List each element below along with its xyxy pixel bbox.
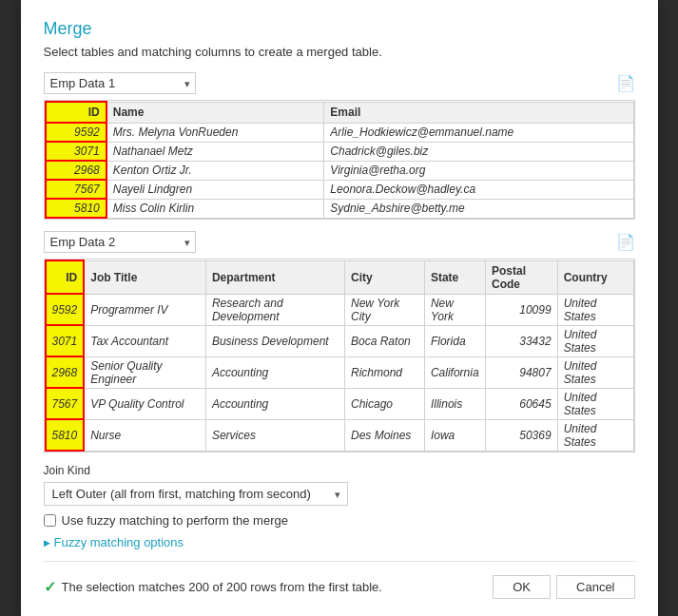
cell-country: United States (557, 419, 633, 451)
table2-header-city: City (345, 260, 425, 294)
table2-header-department: Department (205, 260, 344, 294)
cell-id: 7567 (46, 180, 107, 199)
fuzzy-checkbox-row: Use fuzzy matching to perform the merge (44, 513, 635, 528)
cell-postal: 60645 (485, 388, 557, 419)
table2-dropdown[interactable]: Emp Data 2 (44, 231, 196, 253)
ok-button[interactable]: OK (493, 575, 551, 599)
join-section: Join Kind Left Outer (all from first, ma… (44, 464, 635, 549)
cell-id: 9592 (46, 123, 107, 142)
join-label: Join Kind (44, 464, 635, 477)
cell-country: United States (557, 294, 633, 325)
table-row: 9592 Programmer IV Research and Developm… (46, 294, 634, 325)
merge-dialog: Merge Select tables and matching columns… (21, 0, 658, 616)
table1: ID Name Email 9592 Mrs. Melyna VonRueden… (45, 101, 634, 219)
cell-state: Florida (424, 325, 485, 356)
cell-name: Nayeli Lindgren (107, 180, 324, 199)
table-row: 3071 Tax Accountant Business Development… (46, 325, 634, 356)
table2-header-jobtitle: Job Title (84, 260, 205, 294)
cell-department: Accounting (205, 356, 344, 388)
footer: ✓ The selection matches 200 of 200 rows … (44, 575, 635, 599)
table1-dropdown[interactable]: Emp Data 1 (44, 72, 196, 94)
cell-id: 5810 (46, 419, 85, 451)
cell-postal: 94807 (485, 356, 557, 388)
table2-header-country: Country (557, 260, 633, 294)
fuzzy-options-link[interactable]: Fuzzy matching options (44, 535, 635, 549)
cell-jobtitle: Nurse (84, 419, 205, 451)
table1-dropdown-row: Emp Data 1 📄 (44, 72, 635, 94)
cell-jobtitle: Programmer IV (84, 294, 205, 325)
table2-header-row: ID Job Title Department City State Posta… (46, 260, 634, 294)
cell-department: Accounting (205, 388, 344, 419)
cell-id: 2968 (46, 161, 107, 180)
cell-name: Miss Colin Kirlin (107, 199, 324, 218)
cell-department: Research and Development (205, 294, 344, 325)
cell-state: New York (424, 294, 485, 325)
cell-department: Business Development (205, 325, 344, 356)
cell-city: Boca Raton (345, 325, 425, 356)
cell-name: Kenton Ortiz Jr. (107, 161, 324, 180)
table2: ID Job Title Department City State Posta… (45, 260, 634, 452)
table-row: 5810 Miss Colin Kirlin Sydnie_Abshire@be… (46, 199, 634, 218)
cell-id: 2968 (46, 356, 85, 388)
table-row: 3071 Nathanael Metz Chadrick@giles.biz (46, 142, 634, 161)
cell-jobtitle: VP Quality Control (84, 388, 205, 419)
table-row: 2968 Senior Quality Engineer Accounting … (46, 356, 634, 388)
match-message: The selection matches 200 of 200 rows fr… (62, 580, 382, 594)
table1-file-icon[interactable]: 📄 (616, 74, 635, 92)
table1-dropdown-wrap[interactable]: Emp Data 1 (44, 72, 196, 94)
table1-header-row: ID Name Email (46, 102, 634, 123)
table-row: 5810 Nurse Services Des Moines Iowa 5036… (46, 419, 634, 451)
table2-header-state: State (424, 260, 485, 294)
cell-name: Mrs. Melyna VonRueden (107, 123, 324, 142)
cell-city: Richmond (345, 356, 425, 388)
join-dropdown[interactable]: Left Outer (all from first, matching fro… (44, 482, 348, 506)
table1-header-id[interactable]: ID (46, 102, 107, 123)
dialog-title: Merge (44, 19, 635, 39)
cell-country: United States (557, 356, 633, 388)
cell-jobtitle: Senior Quality Engineer (84, 356, 205, 388)
cell-id: 7567 (46, 388, 85, 419)
cell-state: Illinois (424, 388, 485, 419)
cell-id: 5810 (46, 199, 107, 218)
match-check-icon: ✓ (44, 578, 56, 596)
cell-id: 3071 (46, 142, 107, 161)
cell-postal: 10099 (485, 294, 557, 325)
fuzzy-checkbox[interactable] (44, 514, 56, 527)
cell-city: New York City (345, 294, 425, 325)
cell-state: Iowa (424, 419, 485, 451)
table-row: 2968 Kenton Ortiz Jr. Virginia@retha.org (46, 161, 634, 180)
cell-city: Des Moines (345, 419, 425, 451)
table-row: 7567 VP Quality Control Accounting Chica… (46, 388, 634, 419)
cell-email: Virginia@retha.org (324, 161, 633, 180)
cancel-button[interactable]: Cancel (556, 575, 634, 599)
fuzzy-checkbox-label: Use fuzzy matching to perform the merge (62, 513, 288, 528)
cell-state: California (424, 356, 485, 388)
table1-table-wrapper: ID Name Email 9592 Mrs. Melyna VonRueden… (44, 100, 635, 220)
cell-jobtitle: Tax Accountant (84, 325, 205, 356)
table2-dropdown-wrap[interactable]: Emp Data 2 (44, 231, 196, 253)
cell-postal: 33432 (485, 325, 557, 356)
cell-city: Chicago (345, 388, 425, 419)
match-status: ✓ The selection matches 200 of 200 rows … (44, 578, 382, 596)
cell-email: Chadrick@giles.biz (324, 142, 633, 161)
footer-divider (44, 561, 635, 562)
cell-country: United States (557, 325, 633, 356)
cell-postal: 50369 (485, 419, 557, 451)
table-row: 7567 Nayeli Lindgren Leonora.Deckow@hadl… (46, 180, 634, 199)
table2-dropdown-row: Emp Data 2 📄 (44, 231, 635, 253)
cell-email: Sydnie_Abshire@betty.me (324, 199, 633, 218)
table-row: 9592 Mrs. Melyna VonRueden Arlie_Hodkiew… (46, 123, 634, 142)
table2-file-icon[interactable]: 📄 (616, 233, 635, 251)
table2-table-wrapper: ID Job Title Department City State Posta… (44, 259, 635, 452)
buttons-group: OK Cancel (493, 575, 634, 599)
table2-section: Emp Data 2 📄 ID Job Title Department Cit… (44, 231, 635, 452)
dialog-subtitle: Select tables and matching columns to cr… (44, 45, 635, 59)
table1-header-email: Email (324, 102, 633, 123)
table2-header-postal: Postal Code (485, 260, 557, 294)
cell-id: 3071 (46, 325, 85, 356)
table2-header-id[interactable]: ID (46, 260, 85, 294)
cell-email: Leonora.Deckow@hadley.ca (324, 180, 633, 199)
join-dropdown-wrap[interactable]: Left Outer (all from first, matching fro… (44, 482, 348, 506)
cell-email: Arlie_Hodkiewicz@emmanuel.name (324, 123, 633, 142)
cell-name: Nathanael Metz (107, 142, 324, 161)
